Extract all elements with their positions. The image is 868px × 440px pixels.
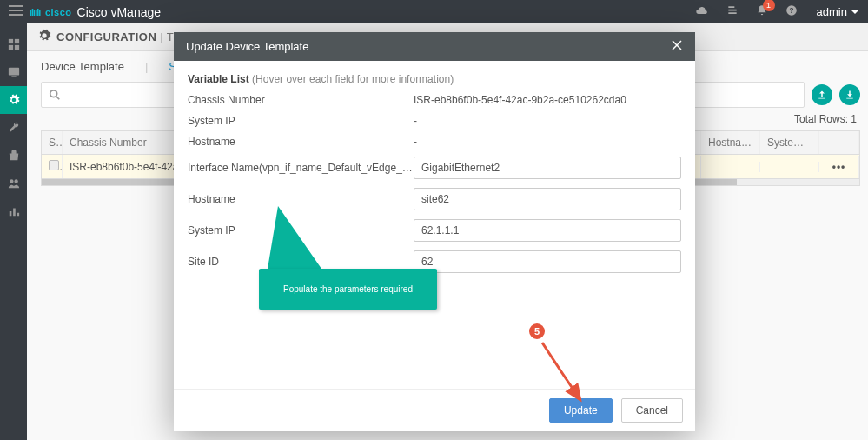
chassis-value: ISR-eb8b6f0b-5e4f-42ac-9b2a-ce510262cda0 — [414, 94, 681, 106]
update-button[interactable]: Update — [549, 398, 613, 423]
variable-list-hint: (Hover over each field for more informat… — [252, 73, 454, 85]
ifname-label: Interface Name(vpn_if_name_Default_vEdge… — [188, 162, 414, 174]
ifname-input[interactable] — [414, 157, 681, 179]
siteid-input[interactable] — [414, 250, 681, 273]
step-badge: 5 — [529, 323, 545, 339]
chassis-label: Chassis Number — [188, 94, 414, 106]
host-ro-label: Hostname — [188, 136, 414, 148]
modal-title: Update Device Template — [186, 40, 308, 53]
host-ro-value: - — [414, 136, 681, 148]
hostname-label: Hostname — [188, 193, 414, 205]
sysip-input[interactable] — [414, 219, 681, 242]
sysip-ro-label: System IP — [188, 115, 414, 127]
modal-header: Update Device Template — [174, 32, 695, 61]
cancel-button[interactable]: Cancel — [621, 398, 683, 423]
close-icon[interactable] — [671, 39, 683, 54]
callout-text: Populate the parameters required — [259, 269, 437, 310]
callout: Populate the parameters required — [259, 206, 437, 310]
hostname-input[interactable] — [414, 188, 681, 210]
sysip-ro-value: - — [414, 115, 681, 127]
variable-list-title: Variable List — [188, 73, 249, 85]
